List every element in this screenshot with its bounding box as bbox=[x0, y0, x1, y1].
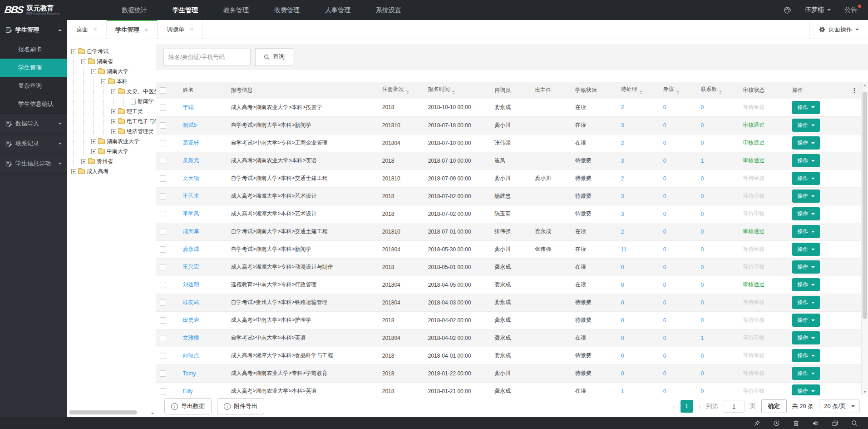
collapse-icon[interactable]: - bbox=[91, 69, 96, 74]
pending-count-link[interactable]: 3 bbox=[621, 158, 624, 164]
tree-node-10[interactable]: +湖南农业大学 bbox=[71, 136, 156, 146]
trash-icon[interactable] bbox=[793, 420, 799, 427]
menu-item-5[interactable]: 人事管理 bbox=[312, 0, 363, 20]
row-checkbox[interactable] bbox=[160, 158, 166, 164]
pending-count-link[interactable]: 2 bbox=[621, 140, 624, 146]
pending-count-link[interactable]: 3 bbox=[621, 193, 624, 200]
contacts-count-link[interactable]: 0 bbox=[700, 353, 704, 359]
row-action-button[interactable]: 操作 bbox=[792, 119, 820, 132]
student-name-link[interactable]: 向站点 bbox=[182, 352, 199, 359]
sort-icon[interactable] bbox=[719, 89, 722, 95]
row-checkbox[interactable] bbox=[160, 388, 166, 394]
column-header-checkbox[interactable] bbox=[156, 82, 179, 99]
pending-count-link[interactable]: 0 bbox=[621, 353, 624, 359]
contacts-count-link[interactable]: 0 bbox=[700, 211, 704, 217]
tree-node-1[interactable]: -自学考试 bbox=[71, 46, 156, 56]
next-page-button[interactable]: › bbox=[699, 403, 701, 410]
page-size-select[interactable]: 20 条/页 bbox=[819, 399, 860, 413]
pending-count-link[interactable]: 1 bbox=[621, 388, 624, 394]
row-action-button[interactable]: 操作 bbox=[792, 260, 820, 274]
sidebar-item-3[interactable]: 复杂查询 bbox=[0, 77, 67, 95]
contacts-count-link[interactable]: 0 bbox=[700, 122, 704, 129]
dispute-count-link[interactable]: 0 bbox=[663, 317, 666, 324]
scroll-down-arrow-icon[interactable]: ▼ bbox=[862, 390, 868, 394]
column-header-dispute[interactable]: 异议 bbox=[660, 82, 697, 99]
prev-page-button[interactable]: ‹ bbox=[673, 403, 675, 410]
pin-icon[interactable] bbox=[754, 420, 760, 427]
menu-item-3[interactable]: 教务管理 bbox=[211, 0, 261, 20]
tree-node-11[interactable]: +中南大学 bbox=[71, 146, 156, 156]
student-name-link[interactable]: 王艺术 bbox=[182, 193, 199, 199]
contacts-count-link[interactable]: 0 bbox=[700, 264, 704, 270]
row-checkbox[interactable] bbox=[160, 264, 166, 270]
tree-node-7[interactable]: +理工类 bbox=[71, 106, 156, 116]
select-all-checkbox[interactable] bbox=[160, 87, 166, 94]
student-name-link[interactable]: Tomy bbox=[182, 370, 196, 377]
sidebar-item-4[interactable]: 学生信息确认 bbox=[0, 95, 67, 113]
collapse-icon[interactable]: - bbox=[71, 49, 76, 54]
row-action-button[interactable]: 操作 bbox=[792, 225, 820, 238]
student-name-link[interactable]: 萧亚轩 bbox=[182, 140, 199, 146]
tree-node-9[interactable]: +经济管理类 bbox=[71, 126, 156, 136]
dispute-count-link[interactable]: 0 bbox=[663, 388, 666, 394]
expand-icon[interactable]: + bbox=[111, 119, 116, 124]
dispute-count-link[interactable]: 0 bbox=[663, 122, 666, 129]
contacts-count-link[interactable]: 0 bbox=[700, 388, 704, 394]
collapse-icon[interactable]: - bbox=[81, 59, 86, 64]
student-name-link[interactable]: 测试5 bbox=[182, 122, 197, 128]
dispute-count-link[interactable]: 0 bbox=[663, 353, 666, 359]
expand-icon[interactable]: + bbox=[91, 149, 96, 154]
pending-count-link[interactable]: 0 bbox=[621, 370, 624, 377]
page-actions-button[interactable]: 页面操作 bbox=[809, 20, 868, 39]
pending-count-link[interactable]: 0 bbox=[621, 335, 624, 341]
column-header-contacts[interactable]: 联系数 bbox=[697, 82, 739, 99]
row-checkbox[interactable] bbox=[160, 140, 166, 146]
search-input[interactable] bbox=[163, 49, 251, 65]
sidebar-item-2[interactable]: 学生管理 bbox=[0, 59, 67, 77]
row-action-button[interactable]: 操作 bbox=[792, 243, 820, 256]
pending-count-link[interactable]: 3 bbox=[621, 122, 624, 129]
row-action-button[interactable]: 操作 bbox=[792, 349, 820, 362]
contacts-count-link[interactable]: 0 bbox=[700, 299, 704, 306]
dispute-count-link[interactable]: 0 bbox=[663, 299, 666, 306]
sort-icon[interactable] bbox=[640, 89, 642, 95]
row-checkbox[interactable] bbox=[160, 193, 166, 200]
row-checkbox[interactable] bbox=[160, 246, 166, 253]
contacts-count-link[interactable]: 0 bbox=[700, 229, 704, 235]
scroll-right-arrow-icon[interactable]: ▸ bbox=[152, 410, 154, 415]
row-checkbox[interactable] bbox=[160, 299, 166, 306]
row-checkbox[interactable] bbox=[160, 105, 166, 111]
row-checkbox[interactable] bbox=[160, 353, 166, 359]
student-name-link[interactable]: 于聪 bbox=[182, 104, 193, 110]
theme-palette-icon[interactable] bbox=[784, 6, 791, 14]
row-checkbox[interactable] bbox=[160, 335, 166, 341]
contacts-count-link[interactable]: 1 bbox=[700, 158, 704, 164]
menu-item-6[interactable]: 系统设置 bbox=[363, 0, 414, 20]
row-action-button[interactable]: 操作 bbox=[792, 367, 820, 380]
row-checkbox[interactable] bbox=[160, 211, 166, 217]
dispute-count-link[interactable]: 0 bbox=[663, 246, 666, 253]
contacts-count-link[interactable]: 1 bbox=[700, 335, 704, 341]
pending-count-link[interactable]: 11 bbox=[621, 246, 626, 253]
close-icon[interactable]: × bbox=[94, 26, 97, 33]
pending-count-link[interactable]: 0 bbox=[621, 264, 624, 270]
dispute-count-link[interactable]: 0 bbox=[663, 282, 666, 288]
row-action-button[interactable]: 操作 bbox=[792, 172, 820, 185]
row-action-button[interactable]: 操作 bbox=[792, 278, 820, 291]
expand-icon[interactable]: + bbox=[91, 139, 96, 144]
menu-item-1[interactable]: 数据统计 bbox=[109, 0, 160, 20]
row-checkbox[interactable] bbox=[160, 370, 166, 377]
menu-item-2[interactable]: 学生管理 bbox=[160, 0, 211, 20]
expand-icon[interactable]: + bbox=[71, 169, 76, 174]
dispute-count-link[interactable]: 0 bbox=[663, 158, 666, 164]
confirm-page-button[interactable]: 确定 bbox=[761, 399, 787, 413]
export-attachments-button[interactable]: ↓ 附件导出 bbox=[217, 398, 264, 414]
dispute-count-link[interactable]: 0 bbox=[663, 104, 666, 110]
column-header-batch[interactable]: 注册批次 bbox=[379, 82, 424, 99]
student-name-link[interactable]: Eilly bbox=[182, 388, 192, 394]
row-action-button[interactable]: 操作 bbox=[792, 296, 820, 309]
notice-link[interactable]: 公告 bbox=[844, 6, 857, 14]
row-action-button[interactable]: 操作 bbox=[792, 154, 820, 167]
tree-node-6[interactable]: 新闻学 bbox=[71, 96, 156, 106]
tree-node-12[interactable]: +贵州省 bbox=[71, 156, 156, 166]
